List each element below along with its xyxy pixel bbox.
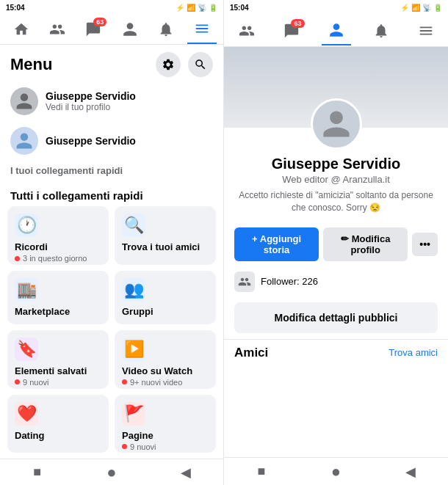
public-details-button[interactable]: Modifica dettagli pubblici bbox=[234, 302, 438, 333]
wifi-icon: 📶 bbox=[187, 4, 195, 12]
public-details-label: Modifica dettagli pubblici bbox=[275, 312, 398, 324]
bottom-circle-right[interactable]: ● bbox=[325, 462, 346, 482]
pagine-badge: 9 nuovi bbox=[122, 442, 209, 451]
followers-count: Follower: 226 bbox=[261, 276, 318, 287]
profile-bio: Accetto richieste di "amicizia" soltanto… bbox=[234, 189, 438, 214]
shortcut-watch[interactable]: ▶️ Video su Watch 9+ nuovi video bbox=[115, 330, 216, 389]
bottom-square-left[interactable]: ■ bbox=[27, 462, 48, 483]
followers-icon bbox=[234, 271, 255, 292]
profile-name-1: Giuseppe Servidio bbox=[46, 90, 213, 102]
nav-menu[interactable] bbox=[187, 15, 217, 44]
nav-profile[interactable] bbox=[115, 15, 145, 44]
avatar-secondary bbox=[10, 127, 38, 155]
quick-links-label: I tuoi collegamenti rapidi bbox=[0, 161, 223, 179]
friends-title: Amici bbox=[234, 346, 268, 360]
profile-main-row[interactable]: Giuseppe Servidio Vedi il tuo profilo bbox=[0, 81, 223, 121]
gruppi-icon: 👥 bbox=[122, 278, 145, 302]
ricordi-label: Ricordi bbox=[15, 241, 101, 252]
profile-name-2: Giuseppe Servidio bbox=[46, 135, 213, 147]
settings-button[interactable] bbox=[156, 52, 181, 77]
profile-sub-1: Vedi il tuo profilo bbox=[46, 102, 213, 112]
wifi-icon-r: 📶 bbox=[411, 4, 420, 12]
bottom-back-left[interactable]: ◀ bbox=[176, 462, 196, 483]
profile-role: Web editor @ Aranzulla.it bbox=[234, 174, 438, 185]
edit-profile-button[interactable]: ✏ Modifica profilo bbox=[323, 227, 408, 261]
watch-badge: 9+ nuovi video bbox=[122, 378, 209, 387]
shortcut-ricordi[interactable]: 🕐 Ricordi 3 in questo giorno bbox=[7, 206, 109, 265]
all-links-label: Tutti i collegamenti rapidi bbox=[0, 183, 223, 206]
shortcut-elementi-salvati[interactable]: 🔖 Elementi salvati 9 nuovi bbox=[7, 330, 109, 389]
trova-amici-label: Trova i tuoi amici bbox=[122, 241, 209, 252]
watch-icon: ▶️ bbox=[122, 338, 145, 361]
time-left: 15:04 bbox=[6, 4, 25, 12]
battery-icon-r: 🔋 bbox=[433, 4, 442, 12]
signal-icon-r: 📡 bbox=[422, 4, 431, 12]
profile-avatar-large bbox=[311, 98, 362, 150]
pagine-icon: 🚩 bbox=[122, 402, 145, 426]
find-friends-link[interactable]: Trova amici bbox=[389, 347, 438, 358]
profile-avatar-wrap bbox=[311, 98, 362, 150]
salvati-icon: 🔖 bbox=[15, 338, 38, 361]
ricordi-badge: 3 in questo giorno bbox=[15, 254, 101, 263]
profile-secondary-row[interactable]: Giuseppe Servidio bbox=[0, 121, 223, 161]
bottom-square-right[interactable]: ■ bbox=[251, 462, 272, 482]
nav-bell-right[interactable] bbox=[366, 16, 396, 45]
shortcut-dating[interactable]: ❤️ Dating bbox=[7, 395, 109, 453]
nav-profile-right[interactable] bbox=[322, 16, 351, 45]
marketplace-label: Marketplace bbox=[15, 306, 101, 317]
nav-bell[interactable] bbox=[151, 15, 181, 44]
profile-full-name: Giuseppe Servidio bbox=[234, 156, 438, 172]
friends-section: Amici Trova amici bbox=[224, 339, 448, 366]
salvati-badge: 9 nuovi bbox=[15, 378, 101, 387]
avatar-main bbox=[10, 87, 38, 115]
shortcuts-grid: 🕐 Ricordi 3 in questo giorno 🔍 Trova i t… bbox=[0, 206, 223, 459]
salvati-label: Elementi salvati bbox=[15, 365, 101, 376]
bottom-circle-left[interactable]: ● bbox=[101, 462, 122, 483]
dating-icon: ❤️ bbox=[15, 402, 38, 426]
watch-label: Video su Watch bbox=[122, 365, 209, 376]
search-button[interactable] bbox=[188, 52, 213, 77]
dating-label: Dating bbox=[15, 430, 101, 441]
add-story-button[interactable]: + Aggiungi storia bbox=[234, 227, 319, 261]
gruppi-label: Gruppi bbox=[122, 306, 209, 317]
marketplace-icon: 🏬 bbox=[15, 278, 38, 302]
messenger-badge-left: 63 bbox=[93, 18, 106, 26]
bluetooth-icon: ⚡ bbox=[176, 4, 184, 12]
nav-messenger-right[interactable]: 63 bbox=[277, 16, 306, 45]
signal-icon: 📡 bbox=[198, 4, 206, 12]
bt-icon-r: ⚡ bbox=[400, 4, 409, 12]
more-button[interactable]: ••• bbox=[412, 233, 438, 256]
menu-title: Menu bbox=[10, 55, 52, 74]
messenger-badge-right: 63 bbox=[291, 19, 304, 28]
bottom-back-right[interactable]: ◀ bbox=[400, 462, 421, 482]
battery-icon: 🔋 bbox=[209, 4, 217, 12]
nav-friends-right[interactable] bbox=[232, 16, 261, 45]
ricordi-icon: 🕐 bbox=[15, 214, 38, 237]
shortcut-trova-amici[interactable]: 🔍 Trova i tuoi amici bbox=[115, 206, 216, 265]
shortcut-gruppi[interactable]: 👥 Gruppi bbox=[115, 271, 216, 324]
time-right: 15:04 bbox=[230, 4, 249, 12]
trova-amici-icon: 🔍 bbox=[122, 214, 145, 237]
nav-home[interactable] bbox=[7, 15, 36, 44]
shortcut-pagine[interactable]: 🚩 Pagine 9 nuovi bbox=[115, 395, 216, 453]
nav-menu-right[interactable] bbox=[411, 16, 441, 45]
nav-friends[interactable] bbox=[43, 15, 72, 44]
shortcut-marketplace[interactable]: 🏬 Marketplace bbox=[7, 271, 109, 324]
pagine-label: Pagine bbox=[122, 430, 209, 441]
nav-messenger[interactable]: 63 bbox=[79, 15, 108, 44]
profile-cover bbox=[224, 47, 448, 128]
